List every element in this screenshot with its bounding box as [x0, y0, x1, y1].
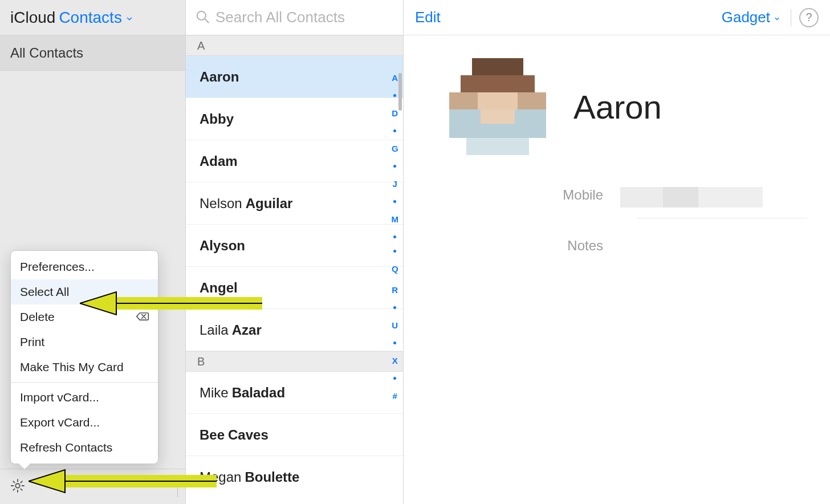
section-header-a: A [186, 35, 403, 56]
source-dropdown-label: Gadget [722, 9, 770, 26]
contact-row-megan-boulette[interactable]: MeganBoulette [186, 456, 403, 498]
avatar[interactable] [449, 58, 546, 155]
menu-export-vcard[interactable]: Export vCard... [11, 410, 158, 435]
menu-refresh-contacts[interactable]: Refresh Contacts [11, 435, 158, 460]
field-label-mobile: Mobile [449, 187, 620, 208]
header-divider [791, 9, 791, 26]
field-mobile: Mobile [449, 187, 807, 208]
sidebar-footer [0, 469, 185, 504]
section-header-b: B [186, 351, 403, 372]
index-dot[interactable] [393, 200, 396, 203]
contact-row-angel[interactable]: Angel [186, 267, 403, 309]
field-label-notes: Notes [449, 238, 620, 254]
menu-import-vcard[interactable]: Import vCard... [11, 385, 158, 410]
scrollbar-thumb[interactable] [398, 73, 402, 111]
gear-icon [10, 478, 26, 496]
menu-make-my-card[interactable]: Make This My Card [11, 355, 158, 380]
contact-detail: Edit Gadget ? Aaron [404, 0, 830, 504]
sidebar: iCloud Contacts All Contacts Preferences… [0, 0, 186, 504]
chevron-down-icon [774, 9, 780, 26]
question-icon: ? [805, 11, 812, 24]
contact-row-bee-caves[interactable]: BeeCaves [186, 414, 403, 456]
source-dropdown[interactable]: Gadget [722, 9, 780, 26]
footer-divider [177, 477, 178, 497]
contact-list[interactable]: A Aaron Abby Adam NelsonAguilar Alyson A… [186, 35, 403, 504]
index-dot[interactable] [393, 306, 396, 309]
menu-delete[interactable]: Delete [11, 304, 158, 330]
search-bar [186, 0, 403, 35]
contact-row-nelson-aguilar[interactable]: NelsonAguilar [186, 182, 403, 225]
settings-button[interactable] [8, 477, 27, 497]
index-dot[interactable] [393, 235, 396, 238]
help-button[interactable]: ? [799, 8, 819, 27]
svg-line-2 [205, 19, 209, 23]
contact-row-laila-azar[interactable]: LailaAzar [186, 309, 403, 351]
index-dot[interactable] [393, 250, 396, 253]
search-icon [195, 9, 210, 26]
sidebar-group-label: All Contacts [10, 45, 83, 61]
contact-name: Aaron [573, 88, 662, 126]
edit-button[interactable]: Edit [415, 9, 441, 26]
delete-icon [136, 310, 149, 324]
index-dot[interactable] [393, 377, 396, 380]
chevron-down-icon [125, 9, 133, 27]
index-dot[interactable] [393, 165, 396, 168]
section-dropdown[interactable]: Contacts [59, 9, 133, 27]
svg-point-0 [15, 483, 19, 487]
sidebar-header: iCloud Contacts [0, 0, 185, 35]
detail-header: Edit Gadget ? [404, 0, 830, 35]
search-input[interactable] [215, 9, 401, 26]
contact-card: Aaron Mobile Notes [404, 35, 830, 254]
contact-row-abby[interactable]: Abby [186, 98, 403, 140]
redacted-value [620, 187, 763, 208]
contact-list-column: A Aaron Abby Adam NelsonAguilar Alyson A… [186, 0, 404, 504]
menu-separator [11, 382, 158, 383]
field-value-mobile[interactable] [620, 187, 807, 208]
index-dot[interactable] [393, 129, 396, 132]
field-notes: Notes [449, 238, 807, 254]
contact-row-aaron[interactable]: Aaron [186, 56, 403, 98]
menu-select-all[interactable]: Select All [11, 279, 158, 304]
menu-preferences[interactable]: Preferences... [11, 254, 158, 279]
index-dot[interactable] [393, 94, 396, 97]
contact-row-adam[interactable]: Adam [186, 140, 403, 182]
section-dropdown-label: Contacts [59, 9, 122, 27]
field-separator [637, 218, 807, 218]
index-dot[interactable] [393, 342, 396, 344]
menu-print[interactable]: Print [11, 330, 158, 355]
app-brand[interactable]: iCloud [10, 9, 55, 27]
settings-popup: Preferences... Select All Delete Print M… [10, 250, 158, 464]
alpha-index[interactable]: A D G J M Q R U X # [392, 73, 399, 401]
contact-row-mike-baladad[interactable]: MikeBaladad [186, 372, 403, 414]
contact-row-alyson[interactable]: Alyson [186, 225, 403, 267]
sidebar-group-all-contacts[interactable]: All Contacts [0, 35, 185, 71]
